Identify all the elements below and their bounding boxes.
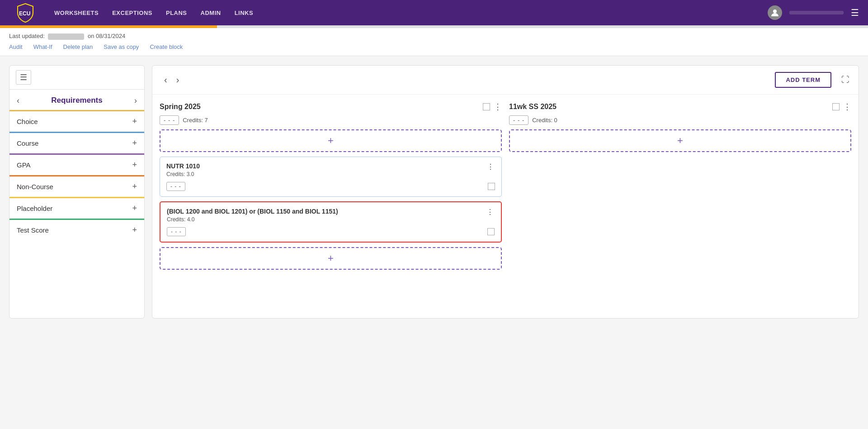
nav-right: ☰: [768, 5, 859, 20]
sidebar-item-label: Course: [17, 139, 38, 147]
sidebar-item-gpa[interactable]: GPA +: [9, 153, 144, 175]
term-checkbox-11wkss2025[interactable]: [832, 103, 840, 110]
nav-worksheets[interactable]: WORKSHEETS: [54, 10, 99, 16]
course-card-nutr1010: NUTR 1010 Credits: 3.0 ⋮ - - -: [160, 157, 502, 197]
logo: ECU: [9, 3, 45, 23]
delete-plan-link[interactable]: Delete plan: [63, 43, 93, 50]
terms-container: Spring 2025 ⋮ - - - Credits: 7 + NUTR 10…: [152, 95, 859, 281]
sidebar-next-button[interactable]: ›: [134, 96, 137, 105]
course-info: (BIOL 1200 and BIOL 1201) or (BIOL 1150 …: [167, 208, 338, 223]
course-checkbox[interactable]: [488, 183, 495, 190]
term-title-11wkss2025: 11wk SS 2025: [509, 103, 557, 111]
hamburger-button[interactable]: ☰: [851, 7, 859, 18]
content-toolbar: ‹ › ADD TERM ⛶: [152, 66, 859, 95]
term-credits-label: Credits: 7: [183, 117, 208, 124]
last-updated-user: [48, 33, 84, 40]
sidebar-prev-button[interactable]: ‹: [17, 96, 19, 105]
nav-admin[interactable]: ADMIN: [201, 10, 221, 16]
last-updated: Last updated: on 08/31/2024: [9, 33, 859, 40]
top-nav: ECU WORKSHEETS EXCEPTIONS PLANS ADMIN LI…: [0, 0, 868, 25]
toolbar-prev-button[interactable]: ‹: [161, 74, 170, 86]
sidebar-item-add-gpa[interactable]: +: [132, 160, 137, 170]
nav-links: WORKSHEETS EXCEPTIONS PLANS ADMIN LINKS: [54, 10, 768, 16]
sidebar-item-label: Test Score: [17, 226, 49, 234]
term-menu-button-11wkss2025[interactable]: ⋮: [843, 102, 851, 112]
course-card-header: NUTR 1010 Credits: 3.0 ⋮: [166, 162, 495, 177]
sidebar-item-add-non-course[interactable]: +: [132, 182, 137, 191]
term-title-spring2025: Spring 2025: [160, 103, 201, 111]
svg-text:ECU: ECU: [19, 10, 30, 17]
course-footer: - - -: [167, 227, 495, 236]
term-header-spring2025: Spring 2025 ⋮: [160, 102, 502, 112]
sidebar-item-label: Placeholder: [17, 205, 52, 212]
term-column-spring2025: Spring 2025 ⋮ - - - Credits: 7 + NUTR 10…: [160, 102, 502, 274]
course-credits: Credits: 4.0: [167, 216, 338, 223]
logo-shield-icon: ECU: [17, 3, 34, 23]
subheader: Last updated: on 08/31/2024 Audit What-I…: [0, 28, 868, 56]
nav-exceptions[interactable]: EXCEPTIONS: [112, 10, 152, 16]
nav-plans[interactable]: PLANS: [166, 10, 187, 16]
course-card-biol_choice: (BIOL 1200 and BIOL 1201) or (BIOL 1150 …: [160, 201, 502, 243]
sidebar-item-choice[interactable]: Choice +: [9, 110, 144, 132]
last-updated-label: Last updated:: [9, 33, 45, 39]
course-menu-button-nutr1010[interactable]: ⋮: [486, 162, 495, 171]
sidebar-item-label: Non-Course: [17, 183, 53, 191]
sidebar-toolbar: ☰: [9, 66, 144, 90]
sidebar-item-placeholder[interactable]: Placeholder +: [9, 197, 144, 219]
add-term-button[interactable]: ADD TERM: [775, 72, 831, 88]
audit-link[interactable]: Audit: [9, 43, 23, 50]
content-area: ‹ › ADD TERM ⛶ Spring 2025 ⋮ - - - Credi…: [152, 65, 859, 319]
main-container: ☰ ‹ Requirements › Choice + Course + GPA…: [0, 56, 868, 328]
sidebar-item-non-course[interactable]: Non-Course +: [9, 175, 144, 197]
user-icon: [770, 8, 779, 17]
course-name: NUTR 1010: [166, 162, 200, 170]
user-name-box: [789, 11, 844, 14]
sidebar-header: ‹ Requirements ›: [9, 90, 144, 110]
create-block-link[interactable]: Create block: [150, 43, 183, 50]
sidebar-item-testscore[interactable]: Test Score +: [9, 219, 144, 240]
sidebar-item-label: GPA: [17, 161, 31, 169]
term-checkbox-spring2025[interactable]: [483, 103, 490, 110]
save-as-copy-link[interactable]: Save as copy: [104, 43, 139, 50]
progress-bar-fill: [0, 25, 217, 28]
sidebar-title: Requirements: [51, 96, 102, 105]
sidebar-item-label: Choice: [17, 118, 38, 125]
course-grade-box[interactable]: - - -: [167, 227, 186, 236]
last-updated-date: on 08/31/2024: [88, 33, 125, 39]
course-footer: - - -: [166, 182, 495, 191]
add-course-bottom-spring2025[interactable]: +: [160, 247, 502, 270]
term-credits-spring2025: - - - Credits: 7: [160, 115, 502, 125]
nav-links-item[interactable]: LINKS: [235, 10, 254, 16]
term-column-11wkss2025: 11wk SS 2025 ⋮ - - - Credits: 0 +: [509, 102, 851, 157]
course-checkbox[interactable]: [487, 228, 495, 235]
add-course-top-spring2025[interactable]: +: [160, 129, 502, 152]
progress-bar: [0, 25, 868, 28]
sidebar-items: Choice + Course + GPA + Non-Course + Pla…: [9, 110, 144, 240]
toolbar-next-button[interactable]: ›: [174, 74, 182, 86]
svg-point-1: [773, 10, 777, 13]
sidebar-item-add-choice[interactable]: +: [132, 117, 137, 126]
what-if-link[interactable]: What-If: [33, 43, 52, 50]
course-credits: Credits: 3.0: [166, 171, 200, 177]
sidebar-item-add-testscore[interactable]: +: [132, 225, 137, 235]
term-menu-button-spring2025[interactable]: ⋮: [494, 102, 502, 112]
sidebar-item-add-placeholder[interactable]: +: [132, 204, 137, 213]
add-course-top-11wkss2025[interactable]: +: [509, 129, 851, 152]
sidebar-menu-button[interactable]: ☰: [16, 70, 31, 85]
term-grade-box-spring2025[interactable]: - - -: [160, 115, 179, 125]
sidebar-item-add-course[interactable]: +: [132, 138, 137, 148]
sidebar-item-course[interactable]: Course +: [9, 132, 144, 153]
term-credits-11wkss2025: - - - Credits: 0: [509, 115, 851, 125]
sidebar: ☰ ‹ Requirements › Choice + Course + GPA…: [9, 65, 145, 319]
toolbar-nav: ‹ ›: [161, 74, 182, 86]
sub-links: Audit What-If Delete plan Save as copy C…: [9, 43, 859, 50]
course-info: NUTR 1010 Credits: 3.0: [166, 162, 200, 177]
course-grade-box[interactable]: - - -: [166, 182, 185, 191]
term-grade-box-11wkss2025[interactable]: - - -: [509, 115, 528, 125]
user-avatar: [768, 5, 782, 20]
course-menu-button-biol_choice[interactable]: ⋮: [486, 208, 495, 216]
term-header-11wkss2025: 11wk SS 2025 ⋮: [509, 102, 851, 112]
term-credits-label: Credits: 0: [532, 117, 557, 124]
course-card-header: (BIOL 1200 and BIOL 1201) or (BIOL 1150 …: [167, 208, 495, 223]
expand-icon[interactable]: ⛶: [841, 75, 849, 85]
